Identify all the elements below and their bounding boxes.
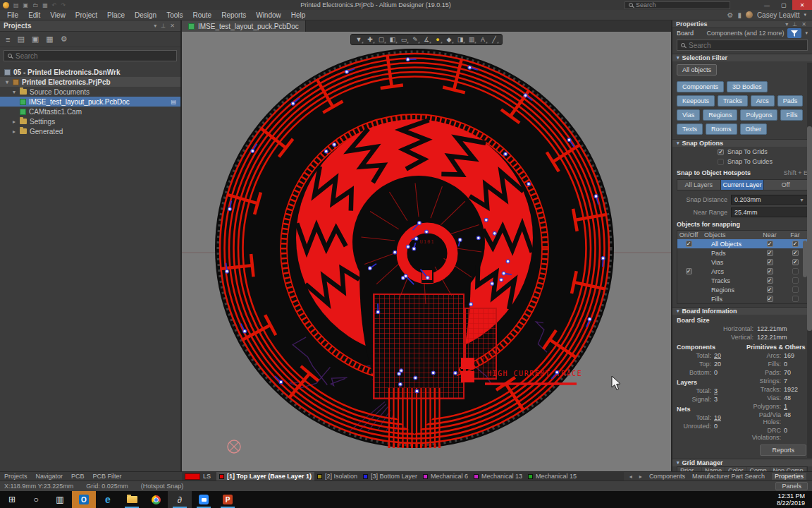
filter-icon[interactable]: ▼ xyxy=(354,36,364,43)
expand-icon[interactable]: ▾ xyxy=(11,89,17,95)
snap-to-grids-row[interactable]: Snap To Grids xyxy=(672,147,812,157)
far-checkbox[interactable] xyxy=(792,277,799,284)
snapping-row[interactable]: Arcs xyxy=(677,267,807,276)
filter-chip[interactable]: Regions xyxy=(703,109,737,121)
panel-dropdown-icon[interactable]: ▾ xyxy=(783,21,790,28)
taskbar-edge[interactable]: e xyxy=(96,491,120,508)
highlight-icon[interactable]: ● xyxy=(433,36,443,43)
on-off-checkbox[interactable] xyxy=(686,241,692,247)
user-menu-caret-icon[interactable]: ▾ xyxy=(804,12,806,18)
tree-item-camtastic[interactable]: CAMtastic1.Cam xyxy=(0,107,180,116)
restore-button[interactable]: ▢ xyxy=(775,0,792,10)
compile-icon[interactable]: ▦ xyxy=(46,35,53,44)
snap-to-grids-checkbox[interactable] xyxy=(718,149,724,155)
document-tab[interactable]: IMSE_test_layout_puck.PcbDoc xyxy=(182,20,306,32)
taskbar-outlook[interactable]: O xyxy=(72,491,96,508)
open-icon[interactable]: ▣ xyxy=(23,2,29,8)
segment-button[interactable]: Current Layer xyxy=(721,180,765,190)
section-grid-manager[interactable]: ▾ Grid Manager xyxy=(672,459,812,466)
projects-search-field[interactable] xyxy=(16,52,173,60)
taskbar-zoom[interactable] xyxy=(192,491,216,508)
layer-tab[interactable]: [3] Bottom Layer xyxy=(360,472,420,480)
layers-icon[interactable]: ▥ xyxy=(467,36,476,43)
user-name[interactable]: Casey Leavitt xyxy=(757,11,800,19)
settings-icon[interactable]: ⚙ xyxy=(61,35,68,44)
panel-tab[interactable]: Navigator xyxy=(36,473,63,480)
component-icon[interactable]: ◧ xyxy=(388,36,398,43)
route-icon[interactable]: ◆ xyxy=(444,36,454,43)
snapping-row[interactable]: Vias xyxy=(677,258,807,267)
menu-item[interactable]: Reports xyxy=(217,11,250,20)
minimize-button[interactable]: — xyxy=(758,0,775,10)
near-checkbox[interactable] xyxy=(767,250,773,256)
snapping-row[interactable]: Fills xyxy=(677,294,807,303)
far-checkbox[interactable] xyxy=(792,268,799,274)
panel-pin-icon[interactable]: ⊥ xyxy=(790,21,799,28)
user-avatar[interactable] xyxy=(746,11,753,18)
snap-to-guides-row[interactable]: Snap To Guides xyxy=(672,157,812,167)
history-icon[interactable]: ▦ xyxy=(42,2,48,8)
panels-button[interactable]: Panels xyxy=(775,482,808,490)
taskbar-file-explorer[interactable] xyxy=(120,491,144,508)
tab-scroll-right-icon[interactable]: ▸ xyxy=(639,473,642,480)
panel-scrollbar[interactable] xyxy=(807,63,812,458)
tree-item-project[interactable]: ▾ Printed Electronics.PrjPcb xyxy=(0,77,180,87)
properties-search-input[interactable] xyxy=(677,40,808,51)
filter-chip[interactable]: Arcs xyxy=(751,95,775,107)
taskbar-chrome[interactable] xyxy=(144,491,168,508)
segment-button[interactable]: Off xyxy=(764,180,807,190)
menu-item[interactable]: Place xyxy=(103,11,129,20)
section-snap-options[interactable]: ▾ Snap Options xyxy=(672,139,812,147)
far-checkbox[interactable] xyxy=(792,241,799,247)
near-range-input[interactable]: 25.4mm xyxy=(731,207,808,217)
panel-close-icon[interactable]: ✕ xyxy=(168,23,177,29)
far-checkbox[interactable] xyxy=(792,296,799,302)
collapse-icon[interactable]: ▸ xyxy=(11,119,17,125)
tree-item-pcbdoc[interactable]: IMSE_test_layout_puck.PcbDoc ▤ xyxy=(0,97,180,107)
gear-icon[interactable]: ⚙ xyxy=(727,11,733,19)
menu-item[interactable]: View xyxy=(46,11,70,20)
filter-chip[interactable]: Polygons xyxy=(740,109,777,121)
snap-distance-input[interactable]: 0.203mm ▼ xyxy=(731,195,808,205)
filter-chip[interactable]: Components xyxy=(677,81,724,92)
new-document-icon[interactable]: ▤ xyxy=(17,35,24,44)
filter-chip[interactable]: 3D Bodies xyxy=(727,81,768,92)
reports-button[interactable]: Reports xyxy=(760,445,806,456)
save-icon[interactable]: ▤ xyxy=(13,2,19,8)
menu-item[interactable]: Edit xyxy=(24,11,44,20)
filter-chip[interactable]: Rooms xyxy=(706,123,737,135)
panel-tab-components[interactable]: Components xyxy=(649,473,685,480)
filter-chip[interactable]: Keepouts xyxy=(677,95,715,107)
snapping-row[interactable]: Regions xyxy=(677,285,807,294)
line-icon[interactable]: ╱ xyxy=(489,36,499,43)
far-checkbox[interactable] xyxy=(792,286,799,293)
menu-item[interactable]: Window xyxy=(252,11,285,20)
cortana-button[interactable]: ○ xyxy=(24,491,48,508)
panel-tab[interactable]: Projects xyxy=(4,473,27,480)
properties-search-field[interactable] xyxy=(689,42,804,49)
collapse-icon[interactable]: ▸ xyxy=(11,128,17,135)
section-board-information[interactable]: ▾ Board Information xyxy=(672,307,812,315)
snapping-row[interactable]: All Objects xyxy=(677,239,807,248)
panel-tab-properties[interactable]: Properties xyxy=(772,473,806,480)
layer-tab[interactable]: [2] Isolation xyxy=(314,472,360,480)
all-objects-button[interactable]: All objects xyxy=(677,64,717,75)
tree-item-settings[interactable]: ▸ Settings xyxy=(0,116,180,126)
move-icon[interactable]: ✚ xyxy=(365,36,375,43)
rectangle-icon[interactable]: ▭ xyxy=(399,36,409,43)
panel-dropdown-icon[interactable]: ▾ xyxy=(152,23,159,29)
menu-item[interactable]: Route xyxy=(189,11,216,20)
near-checkbox[interactable] xyxy=(767,286,773,293)
start-button[interactable]: ⊞ xyxy=(0,491,24,508)
near-checkbox[interactable] xyxy=(767,241,773,247)
measure-icon[interactable]: ∡ xyxy=(422,36,431,43)
menu-item[interactable]: Help xyxy=(287,11,310,20)
tree-item-workspace[interactable]: 05 - Printed Electronics.DsnWrk xyxy=(0,67,180,77)
select-icon[interactable]: ▢ xyxy=(376,36,386,43)
far-checkbox[interactable] xyxy=(792,250,799,256)
projects-search-input[interactable] xyxy=(4,50,177,61)
layer-tab[interactable]: Mechanical 6 xyxy=(420,472,471,480)
notifications-icon[interactable]: ▮ xyxy=(737,11,742,19)
task-view-button[interactable]: ▥ xyxy=(48,491,72,508)
filter-chip[interactable]: Fills xyxy=(780,109,803,121)
